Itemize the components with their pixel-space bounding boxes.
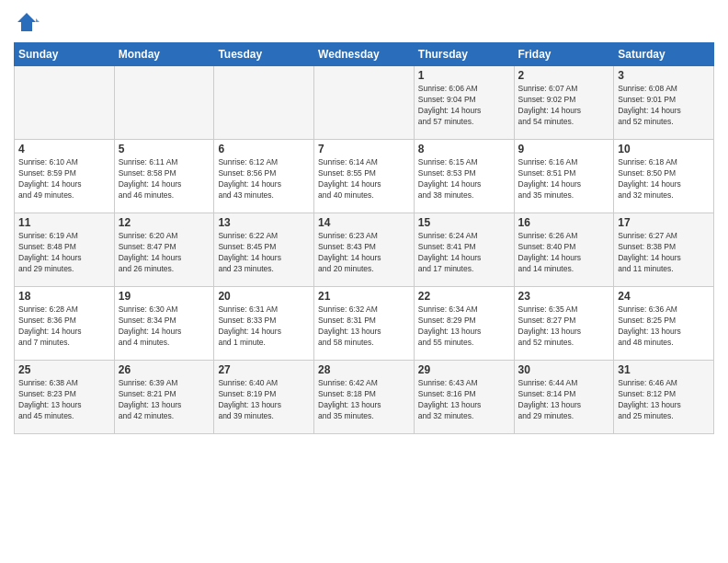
calendar-cell: 6Sunrise: 6:12 AM Sunset: 8:56 PM Daylig… [214,140,314,213]
header [14,9,714,35]
day-info: Sunrise: 6:36 AM Sunset: 8:25 PM Dayligh… [618,304,710,349]
day-info: Sunrise: 6:10 AM Sunset: 8:59 PM Dayligh… [18,157,110,201]
calendar-cell: 30Sunrise: 6:44 AM Sunset: 8:14 PM Dayli… [514,361,614,434]
day-info: Sunrise: 6:26 AM Sunset: 8:40 PM Dayligh… [518,231,610,275]
weekday-header-tuesday: Tuesday [214,43,314,66]
weekday-header-sunday: Sunday [15,43,115,66]
weekday-header-friday: Friday [514,43,614,66]
day-number: 26 [119,363,210,376]
day-info: Sunrise: 6:07 AM Sunset: 9:02 PM Dayligh… [518,84,610,128]
day-info: Sunrise: 6:12 AM Sunset: 8:56 PM Dayligh… [218,157,310,201]
day-number: 13 [218,216,310,229]
day-number: 16 [518,216,610,229]
calendar-cell: 24Sunrise: 6:36 AM Sunset: 8:25 PM Dayli… [614,287,714,361]
day-info: Sunrise: 6:19 AM Sunset: 8:48 PM Dayligh… [18,231,110,275]
day-info: Sunrise: 6:15 AM Sunset: 8:53 PM Dayligh… [418,157,510,201]
day-info: Sunrise: 6:16 AM Sunset: 8:51 PM Dayligh… [518,157,610,201]
day-info: Sunrise: 6:42 AM Sunset: 8:18 PM Dayligh… [318,378,410,422]
calendar-cell: 18Sunrise: 6:28 AM Sunset: 8:36 PM Dayli… [15,287,115,361]
calendar-cell: 4Sunrise: 6:10 AM Sunset: 8:59 PM Daylig… [15,140,115,213]
day-info: Sunrise: 6:18 AM Sunset: 8:50 PM Dayligh… [618,157,710,201]
day-info: Sunrise: 6:38 AM Sunset: 8:23 PM Dayligh… [18,378,110,422]
day-number: 14 [318,216,410,229]
logo [14,9,43,35]
day-info: Sunrise: 6:44 AM Sunset: 8:14 PM Dayligh… [518,378,610,422]
calendar-cell: 26Sunrise: 6:39 AM Sunset: 8:21 PM Dayli… [114,361,214,434]
calendar-cell: 10Sunrise: 6:18 AM Sunset: 8:50 PM Dayli… [614,140,714,213]
calendar-cell: 16Sunrise: 6:26 AM Sunset: 8:40 PM Dayli… [514,213,614,287]
weekday-header-row: SundayMondayTuesdayWednesdayThursdayFrid… [15,43,714,66]
day-number: 1 [418,69,510,82]
calendar-cell: 11Sunrise: 6:19 AM Sunset: 8:48 PM Dayli… [15,213,115,287]
day-info: Sunrise: 6:23 AM Sunset: 8:43 PM Dayligh… [318,231,410,275]
calendar-week-row: 11Sunrise: 6:19 AM Sunset: 8:48 PM Dayli… [15,213,714,287]
day-info: Sunrise: 6:22 AM Sunset: 8:45 PM Dayligh… [218,231,310,275]
day-info: Sunrise: 6:28 AM Sunset: 8:36 PM Dayligh… [18,304,110,349]
day-number: 9 [518,143,610,155]
calendar-cell: 17Sunrise: 6:27 AM Sunset: 8:38 PM Dayli… [614,213,714,287]
day-number: 3 [618,69,710,82]
calendar-cell: 25Sunrise: 6:38 AM Sunset: 8:23 PM Dayli… [15,361,115,434]
day-number: 4 [18,143,110,155]
day-info: Sunrise: 6:35 AM Sunset: 8:27 PM Dayligh… [518,304,610,349]
day-number: 10 [618,143,710,155]
calendar-cell: 8Sunrise: 6:15 AM Sunset: 8:53 PM Daylig… [414,140,514,213]
day-number: 21 [318,290,410,303]
calendar-cell: 15Sunrise: 6:24 AM Sunset: 8:41 PM Dayli… [414,213,514,287]
day-number: 12 [119,216,210,229]
calendar-cell: 13Sunrise: 6:22 AM Sunset: 8:45 PM Dayli… [214,213,314,287]
day-info: Sunrise: 6:34 AM Sunset: 8:29 PM Dayligh… [418,304,510,349]
day-number: 31 [618,363,710,376]
day-number: 29 [418,363,510,376]
weekday-header-thursday: Thursday [414,43,514,66]
calendar-cell: 9Sunrise: 6:16 AM Sunset: 8:51 PM Daylig… [514,140,614,213]
day-number: 6 [218,143,310,155]
calendar-cell: 20Sunrise: 6:31 AM Sunset: 8:33 PM Dayli… [214,287,314,361]
day-number: 11 [18,216,110,229]
weekday-header-wednesday: Wednesday [314,43,415,66]
day-number: 23 [518,290,610,303]
calendar-cell: 12Sunrise: 6:20 AM Sunset: 8:47 PM Dayli… [114,213,214,287]
calendar-cell [15,66,115,140]
calendar-cell: 31Sunrise: 6:46 AM Sunset: 8:12 PM Dayli… [614,361,714,434]
day-number: 2 [518,69,610,82]
calendar-cell: 23Sunrise: 6:35 AM Sunset: 8:27 PM Dayli… [514,287,614,361]
day-number: 25 [18,363,110,376]
day-info: Sunrise: 6:39 AM Sunset: 8:21 PM Dayligh… [119,378,210,422]
page-container: SundayMondayTuesdayWednesdayThursdayFrid… [0,0,728,443]
calendar-table: SundayMondayTuesdayWednesdayThursdayFrid… [14,42,714,434]
day-number: 15 [418,216,510,229]
day-number: 7 [318,143,410,155]
calendar-cell: 29Sunrise: 6:43 AM Sunset: 8:16 PM Dayli… [414,361,514,434]
day-info: Sunrise: 6:24 AM Sunset: 8:41 PM Dayligh… [418,231,510,275]
day-number: 17 [618,216,710,229]
calendar-week-row: 4Sunrise: 6:10 AM Sunset: 8:59 PM Daylig… [15,140,714,213]
day-info: Sunrise: 6:32 AM Sunset: 8:31 PM Dayligh… [318,304,410,349]
calendar-cell [214,66,314,140]
calendar-cell: 14Sunrise: 6:23 AM Sunset: 8:43 PM Dayli… [314,213,415,287]
day-number: 19 [119,290,210,303]
day-info: Sunrise: 6:43 AM Sunset: 8:16 PM Dayligh… [418,378,510,422]
calendar-cell: 28Sunrise: 6:42 AM Sunset: 8:18 PM Dayli… [314,361,415,434]
day-info: Sunrise: 6:14 AM Sunset: 8:55 PM Dayligh… [318,157,410,201]
day-info: Sunrise: 6:06 AM Sunset: 9:04 PM Dayligh… [418,84,510,128]
day-number: 24 [618,290,710,303]
day-number: 27 [218,363,310,376]
calendar-cell: 7Sunrise: 6:14 AM Sunset: 8:55 PM Daylig… [314,140,415,213]
calendar-cell: 5Sunrise: 6:11 AM Sunset: 8:58 PM Daylig… [114,140,214,213]
day-number: 8 [418,143,510,155]
day-info: Sunrise: 6:40 AM Sunset: 8:19 PM Dayligh… [218,378,310,422]
day-number: 28 [318,363,410,376]
weekday-header-monday: Monday [114,43,214,66]
day-info: Sunrise: 6:31 AM Sunset: 8:33 PM Dayligh… [218,304,310,349]
day-number: 22 [418,290,510,303]
day-info: Sunrise: 6:11 AM Sunset: 8:58 PM Dayligh… [119,157,210,201]
day-info: Sunrise: 6:27 AM Sunset: 8:38 PM Dayligh… [618,231,710,275]
calendar-cell [114,66,214,140]
calendar-week-row: 1Sunrise: 6:06 AM Sunset: 9:04 PM Daylig… [15,66,714,140]
svg-marker-0 [17,13,36,31]
day-number: 30 [518,363,610,376]
calendar-week-row: 25Sunrise: 6:38 AM Sunset: 8:23 PM Dayli… [15,361,714,434]
calendar-cell: 3Sunrise: 6:08 AM Sunset: 9:01 PM Daylig… [614,66,714,140]
day-number: 18 [18,290,110,303]
